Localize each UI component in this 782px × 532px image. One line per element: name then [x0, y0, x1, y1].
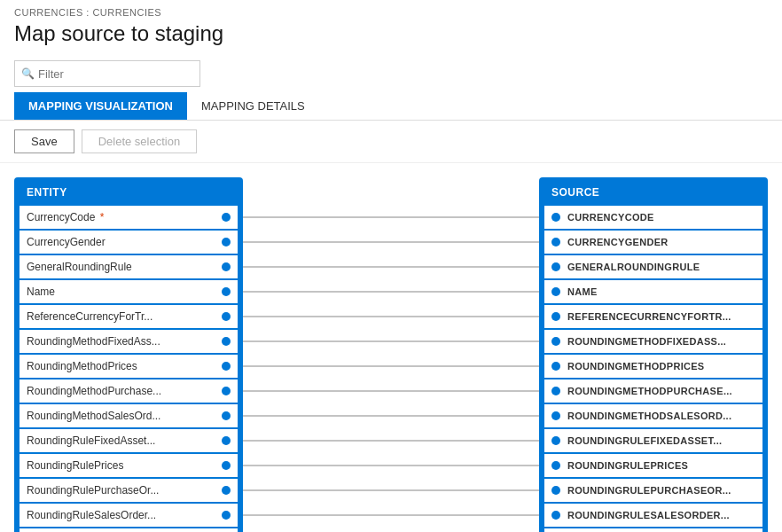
source-field-label: ROUNDINGRULESALESORDER... [567, 510, 755, 520]
source-field-label: REFERENCECURRENCYFORTR... [567, 311, 755, 322]
page-title: Map source to staging [0, 20, 782, 55]
connectors [243, 177, 539, 532]
entity-dot [222, 436, 231, 445]
filter-input-wrap: 🔍 [14, 60, 200, 87]
source-dot [551, 238, 560, 246]
entity-field-row: Symbol [20, 528, 238, 532]
entity-field-label: RoundingRulePrices [27, 459, 222, 472]
search-icon: 🔍 [21, 67, 35, 80]
entity-field-label: CurrencyGender [27, 236, 222, 248]
entity-field-label: GeneralRoundingRule [27, 261, 222, 273]
entity-field-label: Name [27, 286, 222, 298]
entity-panel: ENTITY CurrencyCode *CurrencyGenderGener… [14, 177, 243, 532]
entity-dot [222, 287, 231, 296]
source-field-label: ROUNDINGMETHODPURCHASE... [567, 386, 755, 396]
entity-field-label: RoundingMethodPurchase... [27, 385, 222, 397]
source-field-row: GENERALROUNDINGRULE [544, 255, 762, 278]
entity-dot [222, 312, 231, 321]
entity-panel-header: ENTITY [14, 177, 243, 206]
entity-field-row: ReferenceCurrencyForTr... [20, 305, 238, 328]
entity-dot [222, 387, 231, 395]
source-dot [551, 312, 560, 321]
source-dot [551, 287, 560, 296]
entity-field-row: RoundingRulePrices [20, 454, 238, 477]
source-field-row: ROUNDINGRULESALESORDER... [544, 504, 762, 527]
source-dot [551, 337, 560, 346]
source-field-label: CURRENCYGENDER [567, 237, 755, 247]
delete-selection-button[interactable]: Delete selection [82, 129, 198, 153]
save-button[interactable]: Save [14, 129, 74, 153]
entity-field-row: Name [20, 280, 238, 303]
source-field-label: NAME [567, 286, 755, 297]
source-field-row: ROUNDINGMETHODPURCHASE... [544, 379, 762, 403]
connector-svg [243, 177, 539, 532]
source-field-row: ROUNDINGMETHODSALESORD... [544, 404, 762, 427]
source-field-label: ROUNDINGMETHODSALESORD... [567, 411, 755, 421]
entity-field-label: RoundingRulePurchaseOr... [27, 484, 222, 497]
entity-field-label: CurrencyCode * [27, 211, 222, 223]
entity-field-row: RoundingRulePurchaseOr... [20, 479, 238, 502]
source-dot [551, 387, 560, 395]
source-field-label: ROUNDINGRULEPRICES [567, 460, 755, 471]
toolbar: Save Delete selection [0, 121, 782, 163]
entity-dot [222, 262, 231, 271]
entity-dot [222, 213, 231, 222]
entity-field-row: RoundingMethodFixedAss... [20, 330, 238, 353]
tab-mapping-visualization[interactable]: MAPPING VISUALIZATION [14, 92, 187, 120]
entity-field-label: ReferenceCurrencyForTr... [27, 310, 222, 323]
source-field-row: CURRENCYCODE [544, 206, 762, 229]
source-field-row: ROUNDINGRULEFIXEDASSET... [544, 429, 762, 452]
entity-dot [222, 362, 231, 371]
source-field-label: ROUNDINGMETHODFIXEDASS... [567, 336, 755, 347]
source-panel: SOURCE CURRENCYCODECURRENCYGENDERGENERAL… [539, 177, 768, 532]
entity-field-row: CurrencyCode * [20, 206, 238, 229]
source-dot [551, 362, 560, 371]
entity-field-row: RoundingRuleFixedAsset... [20, 429, 238, 452]
source-field-row: REFERENCECURRENCYFORTR... [544, 305, 762, 328]
source-dot [551, 213, 560, 222]
source-field-label: ROUNDINGRULEPURCHASEOR... [567, 485, 755, 496]
entity-field-row: RoundingRuleSalesOrder... [20, 504, 238, 527]
source-dot [551, 511, 560, 520]
entity-field-row: RoundingMethodPrices [20, 355, 238, 378]
source-field-row: CURRENCYGENDER [544, 231, 762, 254]
tab-mapping-details[interactable]: MAPPING DETAILS [187, 92, 319, 120]
filter-input[interactable] [14, 60, 200, 87]
source-field-row: ROUNDINGRULEPRICES [544, 454, 762, 477]
source-dot [551, 262, 560, 271]
required-star: * [97, 211, 104, 223]
source-dot [551, 461, 560, 470]
entity-field-label: RoundingRuleSalesOrder... [27, 509, 222, 521]
tabs-bar: MAPPING VISUALIZATION MAPPING DETAILS [0, 92, 782, 121]
entity-field-row: GeneralRoundingRule [20, 255, 238, 278]
entity-dot [222, 461, 231, 470]
source-field-row: ROUNDINGMETHODPRICES [544, 355, 762, 378]
entity-dot [222, 337, 231, 346]
entity-field-row: RoundingMethodSalesOrd... [20, 404, 238, 427]
entity-field-label: RoundingMethodFixedAss... [27, 335, 222, 348]
entity-field-row: RoundingMethodPurchase... [20, 379, 238, 403]
source-field-row: ROUNDINGMETHODFIXEDASS... [544, 330, 762, 353]
source-field-label: CURRENCYCODE [567, 212, 755, 223]
source-dot [551, 436, 560, 445]
entity-dot [222, 411, 231, 420]
entity-dot [222, 511, 231, 520]
source-field-row: ROUNDINGRULEPURCHASEOR... [544, 479, 762, 502]
entity-field-row: CurrencyGender [20, 231, 238, 254]
source-field-label: GENERALROUNDINGRULE [567, 262, 755, 272]
entity-field-label: RoundingMethodPrices [27, 360, 222, 372]
source-field-row: NAME [544, 280, 762, 303]
source-field-label: ROUNDINGMETHODPRICES [567, 361, 755, 372]
source-panel-header: SOURCE [539, 177, 768, 206]
source-dot [551, 411, 560, 420]
source-dot [551, 486, 560, 495]
breadcrumb: CURRENCIES : CURRENCIES [0, 0, 782, 20]
entity-field-label: RoundingRuleFixedAsset... [27, 434, 222, 447]
source-field-row: SYMBOL [544, 528, 762, 532]
source-field-label: ROUNDINGRULEFIXEDASSET... [567, 435, 755, 446]
entity-dot [222, 486, 231, 495]
mapping-area: ENTITY CurrencyCode *CurrencyGenderGener… [0, 163, 782, 532]
entity-dot [222, 238, 231, 246]
entity-field-label: RoundingMethodSalesOrd... [27, 410, 222, 422]
